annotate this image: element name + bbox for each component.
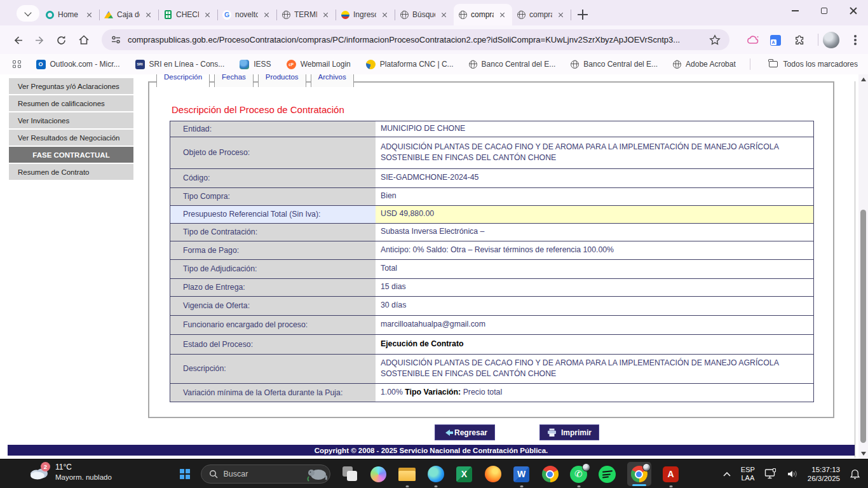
sidebar-item-negociacion[interactable]: Ver Resultados de Negociación: [9, 130, 133, 146]
bookmark-label: Banco Central del E...: [583, 60, 658, 69]
weather-extension-icon[interactable]: [745, 32, 761, 48]
home-icon: [78, 34, 90, 46]
sri-icon: SRI: [135, 60, 145, 69]
tab-close-icon[interactable]: [321, 10, 331, 20]
extensions-button[interactable]: [790, 32, 807, 48]
profile-avatar[interactable]: [823, 32, 839, 48]
window-controls: [780, 0, 868, 22]
translate-icon[interactable]: A: [767, 32, 783, 48]
notification-bell-icon[interactable]: [850, 469, 860, 480]
bookmark-iess[interactable]: IESS: [240, 60, 271, 69]
browser-tab-home[interactable]: Home: [41, 4, 99, 25]
network-icon[interactable]: [764, 468, 777, 480]
new-tab-button[interactable]: [578, 10, 588, 20]
word-button[interactable]: W: [513, 465, 531, 483]
volume-icon[interactable]: [787, 469, 798, 479]
task-view-button[interactable]: [341, 465, 359, 483]
vertical-scrollbar[interactable]: [858, 74, 868, 459]
tab-close-icon[interactable]: [439, 10, 449, 20]
tab-close-icon[interactable]: [85, 10, 95, 20]
minimize-button[interactable]: [780, 0, 810, 22]
printer-icon: [547, 428, 557, 437]
address-bar[interactable]: compraspublicas.gob.ec/ProcesoContrataci…: [102, 29, 729, 50]
word-icon: W: [513, 466, 529, 482]
spotify-button[interactable]: [599, 465, 616, 483]
bookmark-outlook[interactable]: O Outlook.com - Micr...: [36, 60, 120, 69]
tab-close-icon[interactable]: [556, 10, 566, 20]
browser-menu-button[interactable]: [847, 32, 864, 48]
acrobat-button[interactable]: A: [662, 465, 680, 483]
sidebar-item-calificaciones[interactable]: Resumen de calificaciones: [9, 95, 133, 111]
sidebar-item-invitaciones[interactable]: Ver Invitaciones: [9, 112, 133, 128]
chrome-button[interactable]: [541, 465, 559, 483]
whatsapp-profile-badge: [582, 463, 590, 471]
back-button[interactable]: [9, 31, 27, 49]
tab-close-icon[interactable]: [262, 10, 272, 20]
edge-button[interactable]: [427, 465, 445, 483]
chrome-profile-badge: [642, 463, 651, 471]
tab-close-icon[interactable]: [203, 10, 213, 20]
tab-descripcion[interactable]: Descripción: [156, 74, 210, 87]
home-button[interactable]: [75, 31, 93, 49]
bookmark-banco-central-2[interactable]: Banco Central del E...: [571, 60, 658, 69]
tab-archivos[interactable]: Archivos: [311, 74, 354, 87]
imprimir-button[interactable]: Imprimir: [539, 424, 599, 440]
maximize-icon: [821, 8, 827, 14]
tab-close-icon[interactable]: [498, 10, 508, 20]
search-icon: [209, 470, 218, 478]
browser-tab-comprasp-active[interactable]: comprasp: [454, 4, 512, 25]
table-row-estado: Estado del Proceso: Ejecución de Contrat…: [170, 335, 813, 355]
reload-button[interactable]: [52, 31, 70, 49]
tab-close-icon[interactable]: [380, 10, 390, 20]
browser-tab-busqueda[interactable]: Búsqueda: [395, 4, 454, 25]
regresar-button[interactable]: Regresar: [435, 424, 495, 440]
start-button[interactable]: [180, 469, 190, 479]
search-placeholder: Buscar: [224, 470, 300, 478]
excel-button[interactable]: X: [456, 465, 473, 483]
language-indicator[interactable]: ESP LAA: [741, 466, 755, 483]
bookmark-star-icon[interactable]: [709, 34, 721, 46]
url-text[interactable]: compraspublicas.gob.ec/ProcesoContrataci…: [128, 35, 709, 44]
iess-icon: [240, 60, 249, 69]
acrobat-icon: A: [663, 466, 679, 482]
taskbar-search[interactable]: Buscar: [201, 464, 330, 484]
sidebar-item-resumen-contrato[interactable]: Resumen de Contrato: [9, 164, 133, 180]
site-logo-favicon: [46, 11, 54, 19]
browser-tab-noveltoon[interactable]: G noveltoon: [218, 4, 276, 25]
copilot-button[interactable]: [370, 465, 388, 483]
all-bookmarks-button[interactable]: Todos los marcadores: [769, 60, 858, 69]
chrome-active-button[interactable]: [627, 462, 651, 486]
scrollbar-thumb[interactable]: [860, 210, 866, 443]
firefox-button[interactable]: [484, 465, 502, 483]
browser-tab-comprasp-2[interactable]: comprasp: [512, 4, 571, 25]
tab-search-button[interactable]: [17, 5, 39, 22]
browser-tab-ingreso[interactable]: Ingreso al: [336, 4, 395, 25]
clock[interactable]: 15:37:13 26/3/2025: [808, 465, 840, 484]
apps-grid-icon[interactable]: [13, 60, 21, 69]
bookmark-webmail[interactable]: cP Webmail Login: [287, 60, 351, 69]
scroll-up-arrow-icon[interactable]: [861, 78, 866, 81]
bookmark-cnc[interactable]: Plataforma CNC | C...: [366, 60, 454, 69]
bookmark-adobe[interactable]: Adobe Acrobat: [673, 60, 736, 69]
maximize-button[interactable]: [810, 0, 839, 22]
browser-tab-drive[interactable]: Caja de he: [100, 4, 158, 25]
whatsapp-button[interactable]: ✆: [570, 465, 588, 483]
sidebar-item-preguntas[interactable]: Ver Preguntas y/ó Aclaraciones: [9, 78, 133, 94]
browser-tab-sheets[interactable]: CHECK LIS: [159, 4, 217, 25]
browser-tab-termino[interactable]: TERMINO: [277, 4, 336, 25]
forward-button[interactable]: [31, 31, 48, 49]
tab-fechas[interactable]: Fechas: [214, 74, 254, 87]
bookmark-sri[interactable]: SRI SRI en Línea - Cons...: [135, 60, 225, 69]
weather-widget[interactable]: 2 11°C Mayorm. nublado: [28, 462, 112, 482]
tray-chevron-up-icon[interactable]: [722, 471, 731, 477]
bookmark-banco-central-1[interactable]: Banco Central del E...: [469, 60, 556, 69]
row-value: marcilloatahualpa@gmail.com: [376, 316, 813, 334]
tab-close-icon[interactable]: [144, 10, 154, 20]
file-explorer-button[interactable]: [398, 465, 416, 483]
cpanel-icon: cP: [287, 60, 296, 69]
footer-copyright: Copyright © 2008 - 2025 Servicio Naciona…: [8, 445, 855, 456]
bookmark-label: Banco Central del E...: [482, 60, 556, 69]
close-button[interactable]: [839, 0, 868, 22]
scroll-down-arrow-icon[interactable]: [861, 452, 866, 456]
tab-productos[interactable]: Productos: [258, 74, 306, 87]
